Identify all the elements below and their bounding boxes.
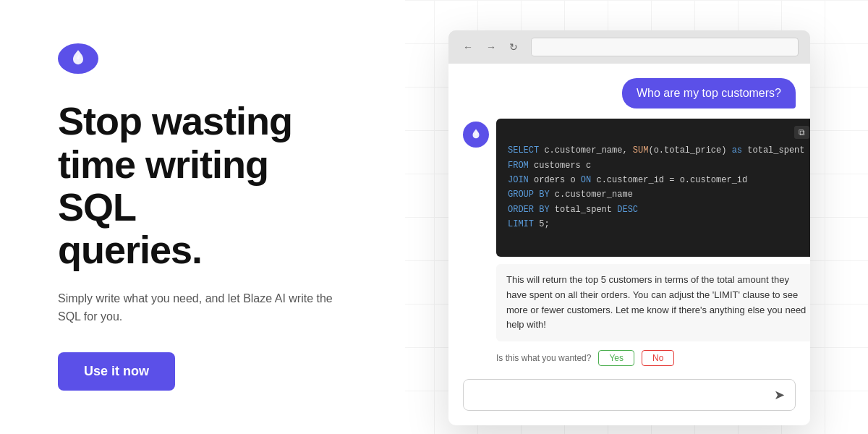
ai-explanation: This will return the top 5 customers in … [496,264,810,341]
browser-titlebar: ← → ↻ [448,30,810,64]
copy-code-button[interactable]: ⧉ [794,126,809,139]
page-title: Stop wasting time writing SQL queries. [58,100,347,272]
brand-logo [58,43,98,74]
right-panel: ← → ↻ Who are my top customers? [405,0,868,434]
ai-response: ⧉ SELECT c.customer_name, SUM(o.total_pr… [463,119,796,366]
browser-back-button[interactable]: ← [460,40,476,54]
code-text: SELECT c.customer_name, SUM(o.total_pric… [508,129,805,247]
cta-button[interactable]: Use it now [58,352,175,391]
chat-container: Who are my top customers? ⧉ SELECT c [463,78,796,411]
code-block: ⧉ SELECT c.customer_name, SUM(o.total_pr… [496,119,810,257]
feedback-no-button[interactable]: No [642,350,674,366]
send-button[interactable]: ➤ [774,387,785,403]
ai-content: ⧉ SELECT c.customer_name, SUM(o.total_pr… [496,119,810,366]
feedback-row: Is this what you wanted? Yes No [496,350,810,366]
ai-avatar [463,122,489,148]
chat-input[interactable] [474,389,768,401]
chat-input-row: ➤ [463,379,796,411]
hero-subtext: Simply write what you need, and let Blaz… [58,289,347,326]
browser-forward-button[interactable]: → [483,40,499,54]
browser-reload-button[interactable]: ↻ [506,40,521,54]
browser-content: Who are my top customers? ⧉ SELECT c [448,64,810,425]
left-panel: Stop wasting time writing SQL queries. S… [0,0,405,434]
feedback-yes-button[interactable]: Yes [598,350,634,366]
browser-mockup: ← → ↻ Who are my top customers? [448,30,810,425]
user-message-bubble: Who are my top customers? [622,78,796,109]
browser-url-bar[interactable] [531,38,799,56]
feedback-label: Is this what you wanted? [496,353,591,363]
